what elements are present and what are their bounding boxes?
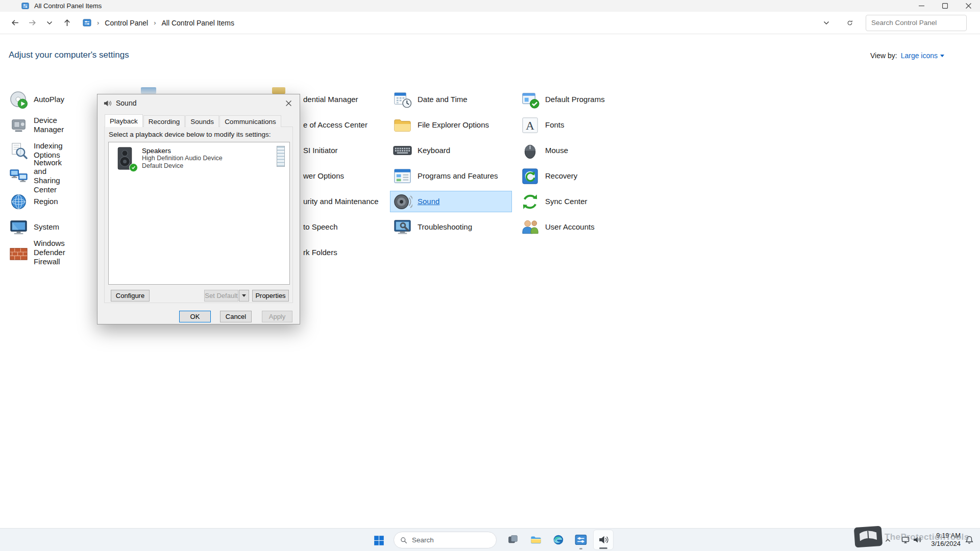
maximize-icon bbox=[942, 3, 948, 9]
device-row-speakers[interactable]: Speakers High Definition Audio Device De… bbox=[112, 146, 286, 176]
breadcrumb-control-panel[interactable]: Control Panel bbox=[105, 19, 148, 27]
region-icon bbox=[9, 192, 29, 212]
recent-locations-button[interactable] bbox=[42, 15, 57, 31]
cp-item-windows-defender-firewall[interactable]: Windows Defender Firewall bbox=[9, 240, 65, 265]
view-by-caret-icon bbox=[940, 55, 944, 57]
sound-icon bbox=[393, 192, 412, 212]
cp-item-recovery[interactable]: Recovery bbox=[520, 164, 577, 188]
cp-item-partial-to-speech[interactable]: to Speech bbox=[303, 215, 338, 239]
view-by-value[interactable]: Large icons bbox=[901, 52, 938, 60]
cp-item-system[interactable]: System bbox=[9, 215, 59, 239]
refresh-button[interactable] bbox=[842, 15, 857, 31]
cp-item-default-programs[interactable]: Default Programs bbox=[520, 87, 605, 112]
properties-button[interactable]: Properties bbox=[252, 290, 289, 302]
cp-item-region[interactable]: Region bbox=[9, 189, 58, 214]
cp-item-sync-center[interactable]: Sync Center bbox=[520, 189, 587, 214]
cp-item-label: Device Manager bbox=[34, 116, 64, 134]
cp-item-partial-rk-folders[interactable]: rk Folders bbox=[303, 240, 337, 265]
tray-clock[interactable]: 9:19 AM 3/16/2024 bbox=[931, 532, 961, 548]
taskbar-task-view-button[interactable] bbox=[503, 530, 523, 550]
breadcrumb-all-items[interactable]: All Control Panel Items bbox=[162, 19, 234, 27]
page-title: Adjust your computer's settings bbox=[9, 50, 129, 60]
cp-item-network-and-sharing-center[interactable]: Network and Sharing Center bbox=[9, 164, 62, 188]
cp-item-troubleshooting[interactable]: Troubleshooting bbox=[393, 215, 472, 239]
playback-instruction: Select a playback device below to modify… bbox=[109, 131, 271, 138]
close-icon bbox=[966, 3, 971, 9]
device-name: Speakers bbox=[142, 147, 223, 155]
taskbar-file-explorer-button[interactable] bbox=[526, 530, 546, 550]
up-arrow-icon bbox=[63, 18, 71, 27]
back-arrow-icon bbox=[11, 18, 19, 27]
cp-item-fonts[interactable]: AFonts bbox=[520, 113, 565, 137]
cp-item-label: System bbox=[34, 222, 59, 232]
notifications-bell-icon[interactable] bbox=[965, 535, 974, 544]
search-box[interactable] bbox=[866, 15, 967, 31]
tray-network-icon[interactable] bbox=[901, 535, 910, 544]
cp-item-sound[interactable]: Sound bbox=[390, 191, 512, 212]
speaker-icon bbox=[103, 99, 112, 107]
up-button[interactable] bbox=[59, 15, 75, 31]
cp-item-label: Network and Sharing Center bbox=[34, 158, 62, 194]
cp-item-partial-si-initiator[interactable]: SI Initiator bbox=[303, 138, 338, 163]
close-icon bbox=[286, 101, 291, 106]
tab-communications[interactable]: Communications bbox=[219, 115, 281, 127]
breadcrumb-separator: › bbox=[97, 19, 99, 27]
playback-device-list[interactable]: Speakers High Definition Audio Device De… bbox=[108, 142, 290, 285]
window-titlebar: All Control Panel Items bbox=[0, 0, 980, 12]
cp-item-partial-wer-options[interactable]: wer Options bbox=[303, 164, 344, 188]
file-explorer-icon bbox=[530, 534, 542, 546]
set-default-dropdown-button[interactable] bbox=[239, 290, 249, 302]
forward-button[interactable] bbox=[24, 15, 40, 31]
cp-item-user-accounts[interactable]: User Accounts bbox=[520, 215, 595, 239]
taskbar-control-panel-button[interactable] bbox=[571, 530, 591, 550]
ok-button[interactable]: OK bbox=[179, 311, 211, 322]
search-input[interactable] bbox=[871, 19, 962, 27]
tray-time: 9:19 AM bbox=[931, 532, 961, 540]
cp-item-label: Sound bbox=[418, 197, 439, 206]
user-accounts-icon bbox=[520, 217, 540, 237]
cp-item-partial-e-of-access-center[interactable]: e of Access Center bbox=[303, 113, 368, 137]
control-panel-icon bbox=[575, 534, 587, 546]
back-button[interactable] bbox=[7, 15, 22, 31]
edge-icon bbox=[552, 534, 565, 546]
forward-arrow-icon bbox=[28, 18, 37, 27]
tray-overflow-button[interactable] bbox=[881, 534, 894, 546]
cp-item-partial-urity-and-maintenance[interactable]: urity and Maintenance bbox=[303, 189, 379, 214]
system-icon bbox=[9, 217, 29, 237]
tab-recording[interactable]: Recording bbox=[143, 115, 185, 127]
cp-item-label: AutoPlay bbox=[34, 95, 64, 104]
sound-dialog-titlebar[interactable]: Sound bbox=[97, 94, 300, 112]
taskbar-edge-button[interactable] bbox=[548, 530, 569, 550]
set-default-button[interactable]: Set Default bbox=[204, 290, 238, 302]
tray-volume-icon[interactable] bbox=[913, 535, 922, 544]
cp-item-autoplay[interactable]: AutoPlay bbox=[9, 87, 64, 112]
maximize-button[interactable] bbox=[933, 0, 957, 12]
configure-button[interactable]: Configure bbox=[111, 290, 150, 302]
cp-item-keyboard[interactable]: Keyboard bbox=[393, 138, 450, 163]
svg-text:A: A bbox=[526, 119, 534, 132]
tab-sounds[interactable]: Sounds bbox=[185, 115, 219, 127]
view-by-control[interactable]: View by: Large icons bbox=[870, 52, 944, 60]
caret-down-icon bbox=[242, 294, 246, 297]
cancel-button[interactable]: Cancel bbox=[220, 311, 252, 322]
cp-item-label: rk Folders bbox=[303, 248, 337, 257]
apply-button[interactable]: Apply bbox=[262, 311, 292, 322]
cp-item-label: User Accounts bbox=[545, 222, 595, 232]
tab-playback[interactable]: Playback bbox=[105, 114, 143, 127]
cp-item-partial-dential-manager[interactable]: dential Manager bbox=[303, 87, 358, 112]
cp-item-date-and-time[interactable]: Date and Time bbox=[393, 87, 468, 112]
cp-item-device-manager[interactable]: Device Manager bbox=[9, 113, 64, 137]
cp-item-label: Windows Defender Firewall bbox=[34, 239, 65, 266]
minimize-button[interactable] bbox=[910, 0, 933, 12]
cp-item-file-explorer-options[interactable]: File Explorer Options bbox=[393, 113, 489, 137]
cp-item-label: dential Manager bbox=[303, 95, 358, 104]
cp-item-mouse[interactable]: Mouse bbox=[520, 138, 568, 163]
close-button[interactable] bbox=[957, 0, 980, 12]
dialog-close-button[interactable] bbox=[280, 97, 297, 109]
address-dropdown-button[interactable] bbox=[819, 15, 834, 31]
taskbar-sound-settings-button[interactable] bbox=[593, 530, 614, 550]
minimize-icon bbox=[919, 3, 924, 9]
taskbar: Search 9:19 AM 3/16/2024 bbox=[0, 528, 980, 551]
cp-item-programs-and-features[interactable]: Programs and Features bbox=[393, 164, 498, 188]
refresh-icon bbox=[847, 20, 853, 26]
